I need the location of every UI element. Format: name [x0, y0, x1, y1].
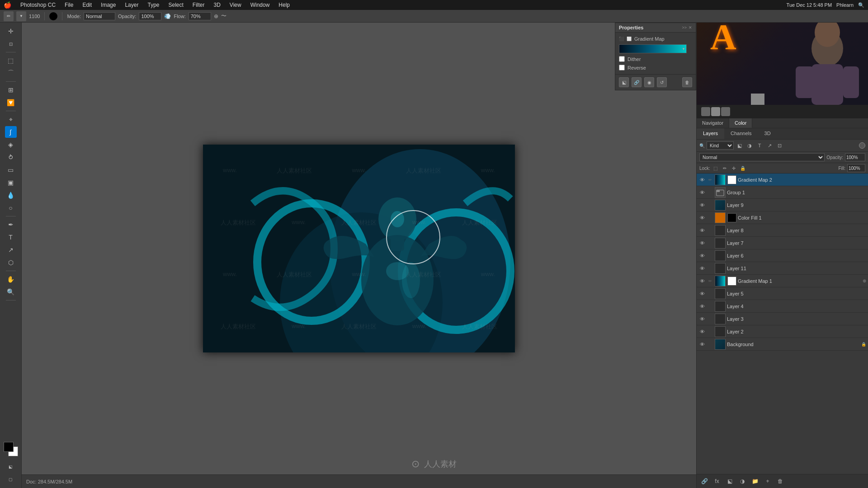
menu-window[interactable]: Window	[249, 2, 272, 8]
layer-visibility-btn[interactable]: 👁	[698, 290, 706, 297]
gradient-tool[interactable]: ▣	[5, 177, 17, 188]
flow-icon[interactable]: ⊕	[214, 13, 218, 19]
screen-mode-toggle[interactable]: ▢	[5, 474, 17, 485]
layer-row[interactable]: 👁 Color Fill 1	[697, 211, 868, 224]
fill-input[interactable]	[847, 164, 865, 172]
layer-visibility-btn[interactable]: 👁	[698, 315, 706, 323]
layer-visibility-btn[interactable]: 👁	[698, 189, 706, 196]
pen-tool[interactable]: ✒	[5, 219, 17, 230]
menu-search-icon[interactable]: 🔍	[858, 2, 864, 8]
dither-checkbox[interactable]	[619, 56, 625, 62]
layer-visibility-btn[interactable]: 👁	[698, 341, 706, 348]
filter-pixel-icon[interactable]: ⬕	[736, 141, 744, 150]
new-group-btn[interactable]: 📁	[750, 476, 760, 486]
layer-visibility-btn[interactable]: 👁	[698, 328, 706, 335]
gradient-preview[interactable]: ▼	[619, 44, 687, 53]
add-style-btn[interactable]: fx	[712, 476, 722, 486]
lock-transparency-btn[interactable]: ⬚	[712, 164, 719, 172]
menu-type[interactable]: Type	[146, 2, 161, 8]
healing-tool[interactable]: ⌖	[5, 113, 17, 125]
brush-tool-icon[interactable]: ✏	[4, 11, 14, 21]
crop-tool[interactable]: ⊞	[5, 84, 17, 96]
layer-row[interactable]: 👁 Layer 6	[697, 249, 868, 262]
hand-tool[interactable]: ✋	[5, 273, 17, 285]
filter-adj-icon[interactable]: ◑	[745, 141, 754, 150]
layer-row[interactable]: 👁 Layer 5	[697, 287, 868, 300]
layer-row[interactable]: 👁 Layer 2	[697, 325, 868, 338]
prop-smart-btn[interactable]: ◉	[644, 77, 654, 87]
menu-file[interactable]: File	[63, 2, 75, 8]
reverse-checkbox[interactable]	[619, 65, 625, 70]
menu-view[interactable]: View	[228, 2, 243, 8]
marquee-tool[interactable]: ⬚	[5, 55, 17, 66]
menu-layer[interactable]: Layer	[123, 2, 140, 8]
quick-mask-toggle[interactable]: ⬕	[5, 461, 17, 473]
navigator-tab[interactable]: Navigator	[697, 118, 729, 128]
video-ctrl-2[interactable]	[711, 107, 720, 116]
filter-smart-icon[interactable]: ⊡	[775, 141, 783, 150]
layer-visibility-btn[interactable]: 👁	[698, 239, 706, 247]
layer-row[interactable]: 👁 Layer 8	[697, 224, 868, 237]
layer-row[interactable]: 👁 Group 1	[697, 186, 868, 199]
new-layer-btn[interactable]: +	[763, 476, 773, 486]
layer-visibility-btn[interactable]: 👁	[698, 227, 706, 234]
flow-input[interactable]	[189, 12, 211, 20]
lock-pixels-btn[interactable]: ✏	[721, 164, 728, 172]
menu-image[interactable]: Image	[99, 2, 118, 8]
delete-layer-btn[interactable]: 🗑	[775, 476, 785, 486]
eraser-tool[interactable]: ▭	[5, 164, 17, 176]
shape-tool[interactable]: ⬡	[5, 257, 17, 268]
layer-visibility-btn[interactable]: 👁	[698, 176, 706, 183]
blur-tool[interactable]: 💧	[5, 189, 17, 201]
layer-visibility-btn[interactable]: 👁	[698, 202, 706, 209]
menu-3d[interactable]: 3D	[212, 2, 222, 8]
filter-toggle[interactable]	[859, 142, 865, 149]
airbrush-icon[interactable]: 💨	[164, 13, 171, 19]
layer-visibility-btn[interactable]: 👁	[698, 303, 706, 310]
layer-row[interactable]: 👁 Layer 9	[697, 199, 868, 211]
menu-edit[interactable]: Edit	[80, 2, 94, 8]
filter-shape-icon[interactable]: ↗	[765, 141, 774, 150]
tool-preset-icon[interactable]: ▼	[16, 11, 26, 21]
lock-position-btn[interactable]: ✛	[730, 164, 737, 172]
color-tab[interactable]: Color	[729, 118, 752, 128]
layer-row[interactable]: 👁 ✏ Gradient Map 1 ⊕	[697, 275, 868, 287]
layer-row[interactable]: 👁 Layer 4	[697, 300, 868, 313]
prop-delete-btn[interactable]: 🗑	[682, 77, 692, 87]
mode-input[interactable]	[84, 12, 115, 20]
link-layers-btn[interactable]: 🔗	[699, 476, 709, 486]
prop-link-btn[interactable]: 🔗	[632, 77, 642, 87]
layer-row[interactable]: 👁 ✏ Gradient Map 2	[697, 174, 868, 186]
layer-visibility-btn[interactable]: 👁	[698, 277, 706, 285]
video-ctrl-1[interactable]	[701, 107, 710, 116]
layer-visibility-btn[interactable]: 👁	[698, 214, 706, 221]
menu-filter[interactable]: Filter	[191, 2, 207, 8]
add-adjustment-btn[interactable]: ◑	[737, 476, 747, 486]
layer-visibility-btn[interactable]: 👁	[698, 265, 706, 272]
menu-select[interactable]: Select	[166, 2, 185, 8]
lasso-tool[interactable]: ⌒	[5, 67, 17, 79]
properties-close-icon[interactable]: ✕	[689, 25, 692, 30]
3d-tab[interactable]: 3D	[758, 128, 777, 139]
prop-reset-btn[interactable]: ↺	[657, 77, 667, 87]
brush-tool[interactable]: ∫	[5, 126, 17, 138]
eyedropper-tool[interactable]: 🔽	[5, 97, 17, 108]
properties-expand-icon[interactable]: >>	[682, 25, 687, 30]
blend-mode-select[interactable]: Normal	[699, 153, 825, 161]
layer-visibility-btn[interactable]: 👁	[698, 252, 706, 259]
layers-tab[interactable]: Layers	[697, 128, 724, 139]
color-swatches[interactable]	[4, 442, 18, 456]
add-mask-btn[interactable]: ⬕	[725, 476, 735, 486]
layer-row[interactable]: 👁 Layer 3	[697, 313, 868, 325]
filter-type-icon[interactable]: T	[755, 141, 764, 150]
clone-tool[interactable]: ◈	[5, 139, 17, 150]
type-tool[interactable]: T	[5, 231, 17, 243]
dodge-tool[interactable]: ○	[5, 202, 17, 214]
history-tool[interactable]: ⥁	[5, 151, 17, 163]
foreground-color-swatch[interactable]	[4, 442, 14, 452]
layer-row[interactable]: 👁 Layer 11	[697, 262, 868, 275]
layer-row[interactable]: 👁 Background 🔒	[697, 338, 868, 351]
move-tool[interactable]: ✛	[5, 25, 17, 37]
opacity-input[interactable]	[845, 153, 865, 161]
lock-all-btn[interactable]: 🔒	[739, 164, 746, 172]
